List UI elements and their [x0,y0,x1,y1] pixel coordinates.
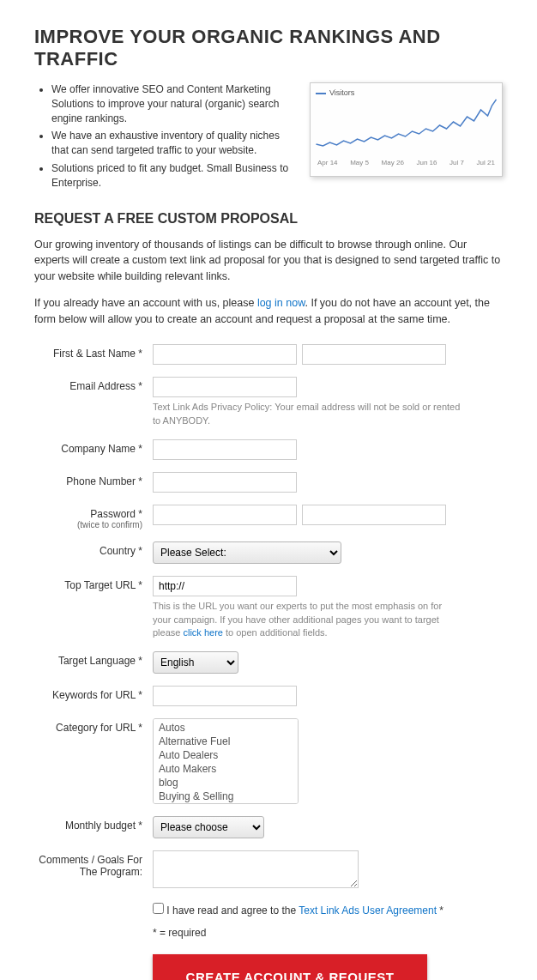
first-name-input[interactable] [153,344,297,365]
category-multiselect[interactable]: Autos Alternative Fuel Auto Dealers Auto… [153,718,299,804]
url-label: Top Target URL * [34,576,153,591]
agree-text-a: I have read and agree to the [166,904,299,916]
proposal-form: First & Last Name * Email Address * Text… [34,344,503,980]
country-label: Country * [34,541,153,557]
email-hint: Text Link Ads Privacy Policy: Your email… [153,401,462,427]
category-label: Category for URL * [34,718,153,734]
intro-paragraph-1: Our growing inventory of thousands of li… [34,237,503,285]
country-select[interactable]: Please Select: [153,541,341,564]
email-input[interactable] [153,377,297,397]
comments-textarea[interactable] [153,850,359,888]
required-note: * = required [153,927,503,939]
bullet-item: We have an exhaustive inventory of quali… [51,129,296,158]
bullet-list: We offer innovative SEO and Content Mark… [34,82,296,194]
chart-line-icon [316,97,497,157]
chart-x-axis: Apr 14 May 5 May 26 Jun 16 Jul 7 Jul 21 [316,157,497,166]
agree-text-b: * [437,904,443,916]
keywords-input[interactable] [153,686,297,706]
para2-part-a: If you already have an account with us, … [34,297,257,309]
email-label: Email Address * [34,377,153,392]
submit-button[interactable]: CREATE ACCOUNT & REQUEST PROPOSAL [153,954,427,980]
last-name-input[interactable] [302,344,446,365]
x-tick: Apr 14 [317,159,338,166]
company-label: Company Name * [34,439,153,455]
password-sublabel: (twice to confirm) [34,520,142,529]
x-tick: Jul 7 [450,159,464,166]
password-input[interactable] [153,505,297,525]
keywords-label: Keywords for URL * [34,686,153,701]
x-tick: May 5 [350,159,369,166]
intro-section: We offer innovative SEO and Content Mark… [34,82,503,194]
bullet-item: We offer innovative SEO and Content Mark… [51,82,296,125]
budget-label: Monthly budget * [34,816,153,832]
password-label: Password * (twice to confirm) [34,505,153,529]
phone-label: Phone Number * [34,472,153,487]
bullet-item: Solutions priced to fit any budget. Smal… [51,161,296,191]
language-select[interactable]: English [153,651,238,674]
additional-pages-link[interactable]: click here [183,627,222,638]
url-hint: This is the URL you want our experts to … [153,600,462,639]
company-input[interactable] [153,439,297,460]
page-container: IMPROVE YOUR ORGANIC RANKINGS AND TRAFFI… [0,0,537,980]
visitors-chart: Visitors Apr 14 May 5 May 26 Jun 16 Jul … [310,82,503,177]
section-heading: REQUEST A FREE CUSTOM PROPOSAL [34,211,503,227]
x-tick: Jun 16 [416,159,437,166]
agree-checkbox[interactable] [153,903,164,914]
login-link[interactable]: log in now [257,297,305,309]
x-tick: May 26 [382,159,404,166]
name-label: First & Last Name * [34,344,153,360]
target-url-input[interactable] [153,576,297,596]
budget-select[interactable]: Please choose [153,816,264,838]
page-title: IMPROVE YOUR ORGANIC RANKINGS AND TRAFFI… [34,26,503,70]
language-label: Target Language * [34,651,153,667]
x-tick: Jul 21 [477,159,495,166]
chart-legend: Visitors [316,88,497,97]
phone-input[interactable] [153,472,297,493]
user-agreement-link[interactable]: Text Link Ads User Agreement [299,904,437,916]
comments-label: Comments / Goals For The Program: [34,850,153,878]
intro-paragraph-2: If you already have an account with us, … [34,295,503,328]
password-confirm-input[interactable] [302,505,446,525]
